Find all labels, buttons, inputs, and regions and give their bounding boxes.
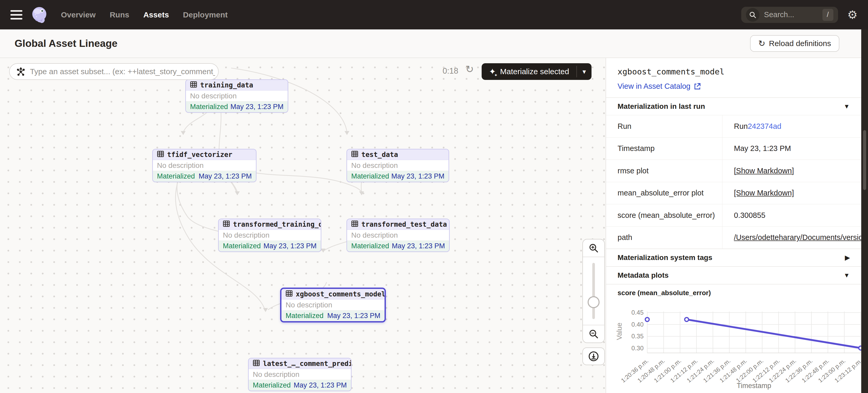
asset-node-description: No description bbox=[219, 230, 321, 241]
row-value: [Show Markdown] bbox=[722, 182, 861, 204]
table-row: mean_absolute_error plot[Show Markdown] bbox=[606, 182, 861, 204]
score-line-chart: 0.450.400.350.301:20:36 p.m.1:20:48 p.m.… bbox=[606, 297, 861, 393]
asset-name: xgboost_comments_model bbox=[618, 67, 850, 76]
asset-filter-input[interactable] bbox=[29, 67, 216, 76]
refresh-icon[interactable]: ↻ bbox=[465, 64, 474, 74]
search-input[interactable] bbox=[764, 10, 823, 19]
nav-item-deployment[interactable]: Deployment bbox=[183, 10, 228, 19]
materialization-timestamp: May 23, 1:23 PM bbox=[230, 103, 283, 111]
row-value: 0.300855 bbox=[722, 204, 861, 226]
asset-node[interactable]: test_dataNo descriptionMaterializedMay 2… bbox=[346, 149, 449, 182]
row-label: Timestamp bbox=[606, 138, 722, 160]
nav-item-runs[interactable]: Runs bbox=[110, 10, 129, 19]
sparkle-icon: ✦✦ bbox=[489, 67, 496, 76]
asset-node-description: No description bbox=[186, 91, 288, 101]
materialization-timestamp: May 23, 1:23 PM bbox=[199, 172, 252, 181]
global-search[interactable]: / bbox=[741, 7, 838, 23]
section-title: Materialization in last run bbox=[618, 102, 705, 110]
metadata-table: RunRun 242374adTimestampMay 23, 1:23 PMr… bbox=[606, 115, 861, 249]
panel-head: xgboost_comments_model View in Asset Cat… bbox=[606, 58, 861, 97]
row-label: rmse plot bbox=[606, 160, 722, 182]
zoom-in-button[interactable] bbox=[583, 239, 604, 257]
row-value: [Show Markdown] bbox=[722, 160, 861, 182]
refresh-timer: 0:18 bbox=[442, 66, 458, 76]
asset-node[interactable]: training_dataNo descriptionMaterializedM… bbox=[185, 79, 288, 113]
asset-node-name: tfidf_vectorizer bbox=[167, 151, 232, 159]
view-in-asset-catalog-link[interactable]: View in Asset Catalog bbox=[618, 82, 850, 91]
materialization-timestamp: May 23, 1:23 PM bbox=[391, 172, 444, 181]
asset-node-description: No description bbox=[249, 369, 351, 380]
path-link[interactable]: /Users/odetteharary/Documents/versions bbox=[734, 233, 861, 242]
asset-node[interactable]: tfidf_vectorizerNo descriptionMaterializ… bbox=[152, 149, 256, 182]
page-title: Global Asset Lineage bbox=[14, 38, 117, 49]
settings-gear-icon[interactable]: ⚙ bbox=[847, 9, 858, 21]
svg-text:0.35: 0.35 bbox=[631, 333, 644, 340]
svg-text:0.30: 0.30 bbox=[631, 345, 644, 352]
zoom-slider-handle[interactable] bbox=[588, 296, 599, 308]
asset-node[interactable]: latest_…_comment_predictionsNo descripti… bbox=[248, 358, 351, 391]
reload-definitions-button[interactable]: ↻ Reload definitions bbox=[750, 35, 839, 52]
asset-node-name: transformed_training_data bbox=[233, 221, 321, 228]
asset-node-name: transformed_test_data bbox=[361, 221, 447, 228]
dagster-logo-icon[interactable] bbox=[31, 6, 48, 24]
zoom-controls bbox=[582, 239, 605, 343]
section-materialization-system-tags[interactable]: Materialization system tags ▶ bbox=[606, 249, 861, 266]
row-value: Run 242374ad bbox=[722, 115, 861, 137]
row-value: /Users/odetteharary/Documents/versions bbox=[722, 227, 861, 249]
page-header: Global Asset Lineage ↻ Reload definition… bbox=[0, 29, 868, 58]
materialize-selected-label: Materialize selected bbox=[500, 67, 569, 76]
window-scrollbar[interactable] bbox=[861, 29, 868, 393]
section-metadata-plots[interactable]: Metadata plots ▼ bbox=[606, 266, 861, 284]
table-row: rmse plot[Show Markdown] bbox=[606, 160, 861, 182]
asset-node-name: test_data bbox=[361, 151, 398, 159]
show-markdown-link[interactable]: [Show Markdown] bbox=[734, 167, 794, 175]
table-icon bbox=[157, 151, 164, 159]
materialize-selected-button[interactable]: ✦✦ Materialize selected ▾ bbox=[482, 63, 591, 80]
chevron-right-icon: ▶ bbox=[845, 254, 850, 261]
asset-node[interactable]: transformed_test_dataNo descriptionMater… bbox=[346, 219, 450, 252]
row-label: path bbox=[606, 227, 722, 249]
show-markdown-link[interactable]: [Show Markdown] bbox=[734, 189, 794, 197]
asset-node-description: No description bbox=[347, 160, 448, 171]
external-link-icon bbox=[693, 83, 701, 90]
zoom-slider[interactable] bbox=[583, 257, 604, 325]
status-badge: Materialized bbox=[351, 172, 389, 181]
materialization-timestamp: May 23, 1:23 PM bbox=[392, 242, 445, 250]
svg-text:Value: Value bbox=[616, 323, 623, 340]
search-shortcut-badge: / bbox=[823, 9, 833, 21]
table-row: score (mean_absolute_error)0.300855 bbox=[606, 204, 861, 226]
asset-filter[interactable] bbox=[9, 63, 219, 80]
menu-icon[interactable] bbox=[10, 10, 22, 20]
materialization-timestamp: May 23, 1:23 PM bbox=[294, 381, 347, 389]
table-row: path/Users/odetteharary/Documents/versio… bbox=[606, 226, 861, 249]
row-label: score (mean_absolute_error) bbox=[606, 204, 722, 226]
nav-item-overview[interactable]: Overview bbox=[61, 10, 96, 19]
table-icon bbox=[190, 81, 197, 90]
search-icon bbox=[746, 8, 760, 22]
asset-details-panel: xgboost_comments_model View in Asset Cat… bbox=[606, 58, 861, 393]
status-badge: Materialized bbox=[286, 312, 323, 320]
table-icon bbox=[286, 290, 292, 298]
asset-node-description: No description bbox=[347, 230, 449, 241]
chevron-down-icon: ▼ bbox=[843, 103, 850, 110]
section-title: Metadata plots bbox=[618, 271, 669, 280]
scrollbar-thumb[interactable] bbox=[863, 130, 866, 190]
recenter-download-button[interactable] bbox=[582, 348, 605, 365]
section-materialization-in-last-run[interactable]: Materialization in last run ▼ bbox=[606, 97, 861, 115]
table-icon bbox=[351, 220, 358, 229]
reload-definitions-label: Reload definitions bbox=[769, 39, 831, 48]
row-label: mean_absolute_error plot bbox=[606, 182, 722, 204]
lineage-filter-icon bbox=[17, 67, 25, 76]
zoom-out-button[interactable] bbox=[583, 325, 604, 342]
run-link[interactable]: 242374ad bbox=[748, 122, 781, 131]
asset-node[interactable]: xgboost_comments_modelNo descriptionMate… bbox=[280, 288, 386, 323]
lineage-graph-canvas[interactable]: training_dataNo descriptionMaterializedM… bbox=[0, 58, 606, 393]
row-label: Run bbox=[606, 115, 722, 137]
nav-links: OverviewRunsAssetsDeployment bbox=[61, 10, 228, 19]
row-value: May 23, 1:23 PM bbox=[722, 138, 861, 160]
nav-item-assets[interactable]: Assets bbox=[143, 10, 169, 19]
table-row: TimestampMay 23, 1:23 PM bbox=[606, 137, 861, 160]
materialization-timestamp: May 23, 1:23 PM bbox=[327, 312, 380, 320]
materialize-dropdown-caret[interactable]: ▾ bbox=[577, 63, 591, 80]
asset-node[interactable]: transformed_training_dataNo descriptionM… bbox=[218, 219, 321, 252]
